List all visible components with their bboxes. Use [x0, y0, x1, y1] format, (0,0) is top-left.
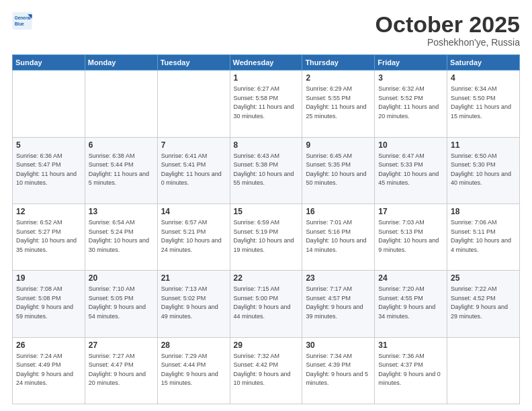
day-number: 26 — [16, 340, 81, 350]
calendar-cell: 21 Sunrise: 7:13 AMSunset: 5:02 PMDaylig… — [157, 271, 230, 337]
header: General Blue October 2025 Poshekhon'ye, … — [12, 12, 520, 48]
day-number: 30 — [306, 340, 371, 350]
day-info: Sunrise: 7:13 AMSunset: 5:02 PMDaylight:… — [161, 285, 218, 320]
day-number: 27 — [89, 340, 154, 350]
day-info: Sunrise: 7:29 AMSunset: 4:44 PMDaylight:… — [161, 353, 218, 387]
calendar-header-day: Wednesday — [230, 55, 302, 71]
calendar-cell: 1 Sunrise: 6:27 AMSunset: 5:58 PMDayligh… — [230, 71, 302, 137]
day-number: 15 — [234, 207, 299, 216]
day-info: Sunrise: 6:57 AMSunset: 5:21 PMDaylight:… — [161, 219, 222, 253]
day-info: Sunrise: 7:24 AMSunset: 4:49 PMDaylight:… — [16, 353, 73, 387]
day-info: Sunrise: 6:27 AMSunset: 5:58 PMDaylight:… — [234, 85, 294, 120]
calendar-cell: 31 Sunrise: 7:36 AMSunset: 4:37 PMDaylig… — [375, 337, 447, 404]
day-number: 7 — [161, 140, 226, 150]
day-info: Sunrise: 6:32 AMSunset: 5:52 PMDaylight:… — [378, 85, 439, 120]
calendar-cell: 22 Sunrise: 7:15 AMSunset: 5:00 PMDaylig… — [230, 271, 302, 337]
day-info: Sunrise: 6:38 AMSunset: 5:44 PMDaylight:… — [89, 152, 149, 187]
title-block: October 2025 Poshekhon'ye, Russia — [375, 12, 520, 48]
day-number: 22 — [234, 273, 299, 283]
day-info: Sunrise: 6:52 AMSunset: 5:27 PMDaylight:… — [16, 219, 77, 253]
calendar-header-day: Friday — [375, 55, 447, 71]
calendar-cell: 12 Sunrise: 6:52 AMSunset: 5:27 PMDaylig… — [13, 204, 85, 271]
calendar-cell: 16 Sunrise: 7:01 AMSunset: 5:16 PMDaylig… — [302, 204, 375, 271]
calendar-cell: 28 Sunrise: 7:29 AMSunset: 4:44 PMDaylig… — [157, 337, 230, 404]
svg-text:Blue: Blue — [15, 21, 24, 26]
day-number: 2 — [306, 73, 371, 83]
day-number: 29 — [234, 340, 299, 350]
day-number: 8 — [234, 140, 299, 150]
calendar-cell: 7 Sunrise: 6:41 AMSunset: 5:41 PMDayligh… — [157, 137, 230, 203]
calendar-cell: 4 Sunrise: 6:34 AMSunset: 5:50 PMDayligh… — [447, 71, 520, 137]
month-title: October 2025 — [375, 12, 520, 37]
day-number: 3 — [378, 73, 443, 83]
calendar-week-row: 1 Sunrise: 6:27 AMSunset: 5:58 PMDayligh… — [13, 71, 520, 137]
calendar-cell: 3 Sunrise: 6:32 AMSunset: 5:52 PMDayligh… — [375, 71, 447, 137]
calendar-cell: 27 Sunrise: 7:27 AMSunset: 4:47 PMDaylig… — [85, 337, 157, 404]
day-info: Sunrise: 7:20 AMSunset: 4:55 PMDaylight:… — [378, 285, 435, 320]
day-number: 17 — [378, 207, 443, 216]
logo: General Blue — [12, 12, 32, 30]
day-info: Sunrise: 6:41 AMSunset: 5:41 PMDaylight:… — [161, 152, 222, 187]
day-info: Sunrise: 7:08 AMSunset: 5:08 PMDaylight:… — [16, 285, 73, 320]
calendar-week-row: 12 Sunrise: 6:52 AMSunset: 5:27 PMDaylig… — [13, 204, 520, 271]
day-number: 25 — [451, 273, 516, 283]
calendar-cell: 17 Sunrise: 7:03 AMSunset: 5:13 PMDaylig… — [375, 204, 447, 271]
calendar-cell: 6 Sunrise: 6:38 AMSunset: 5:44 PMDayligh… — [85, 137, 157, 203]
calendar-cell: 14 Sunrise: 6:57 AMSunset: 5:21 PMDaylig… — [157, 204, 230, 271]
day-info: Sunrise: 6:45 AMSunset: 5:35 PMDaylight:… — [306, 152, 366, 187]
day-info: Sunrise: 7:03 AMSunset: 5:13 PMDaylight:… — [378, 219, 439, 253]
day-number: 6 — [89, 140, 154, 150]
day-info: Sunrise: 6:54 AMSunset: 5:24 PMDaylight:… — [89, 219, 149, 253]
calendar-cell — [85, 71, 157, 137]
calendar-header-day: Monday — [85, 55, 157, 71]
day-info: Sunrise: 7:27 AMSunset: 4:47 PMDaylight:… — [89, 353, 146, 387]
day-info: Sunrise: 7:01 AMSunset: 5:16 PMDaylight:… — [306, 219, 366, 253]
calendar-week-row: 19 Sunrise: 7:08 AMSunset: 5:08 PMDaylig… — [13, 271, 520, 337]
day-info: Sunrise: 6:34 AMSunset: 5:50 PMDaylight:… — [451, 85, 511, 120]
day-info: Sunrise: 6:50 AMSunset: 5:30 PMDaylight:… — [451, 152, 511, 187]
day-number: 16 — [306, 207, 371, 216]
day-info: Sunrise: 6:29 AMSunset: 5:55 PMDaylight:… — [306, 85, 366, 120]
calendar-cell: 30 Sunrise: 7:34 AMSunset: 4:39 PMDaylig… — [302, 337, 375, 404]
day-info: Sunrise: 7:34 AMSunset: 4:39 PMDaylight:… — [306, 353, 368, 387]
day-info: Sunrise: 7:22 AMSunset: 4:52 PMDaylight:… — [451, 285, 508, 320]
day-info: Sunrise: 7:32 AMSunset: 4:42 PMDaylight:… — [234, 353, 291, 387]
day-number: 14 — [161, 207, 226, 216]
day-number: 5 — [16, 140, 81, 150]
page: General Blue October 2025 Poshekhon'ye, … — [0, 0, 532, 411]
day-number: 31 — [378, 340, 443, 350]
calendar-cell: 29 Sunrise: 7:32 AMSunset: 4:42 PMDaylig… — [230, 337, 302, 404]
calendar-header-day: Tuesday — [157, 55, 230, 71]
calendar-cell: 23 Sunrise: 7:17 AMSunset: 4:57 PMDaylig… — [302, 271, 375, 337]
calendar-cell: 8 Sunrise: 6:43 AMSunset: 5:38 PMDayligh… — [230, 137, 302, 203]
calendar-cell: 5 Sunrise: 6:36 AMSunset: 5:47 PMDayligh… — [13, 137, 85, 203]
calendar-cell — [157, 71, 230, 137]
day-number: 21 — [161, 273, 226, 283]
calendar-header-day: Saturday — [447, 55, 520, 71]
day-info: Sunrise: 7:06 AMSunset: 5:11 PMDaylight:… — [451, 219, 511, 253]
day-number: 9 — [306, 140, 371, 150]
calendar-cell: 24 Sunrise: 7:20 AMSunset: 4:55 PMDaylig… — [375, 271, 447, 337]
calendar-header-day: Thursday — [302, 55, 375, 71]
day-number: 1 — [234, 73, 299, 83]
day-info: Sunrise: 6:47 AMSunset: 5:33 PMDaylight:… — [378, 152, 439, 187]
calendar-table: SundayMondayTuesdayWednesdayThursdayFrid… — [12, 54, 520, 404]
calendar-cell: 25 Sunrise: 7:22 AMSunset: 4:52 PMDaylig… — [447, 271, 520, 337]
day-info: Sunrise: 7:10 AMSunset: 5:05 PMDaylight:… — [89, 285, 146, 320]
day-info: Sunrise: 7:36 AMSunset: 4:37 PMDaylight:… — [378, 353, 441, 387]
location: Poshekhon'ye, Russia — [375, 37, 520, 48]
day-number: 18 — [451, 207, 516, 216]
day-number: 23 — [306, 273, 371, 283]
calendar-header-row: SundayMondayTuesdayWednesdayThursdayFrid… — [13, 55, 520, 71]
calendar-cell: 2 Sunrise: 6:29 AMSunset: 5:55 PMDayligh… — [302, 71, 375, 137]
calendar-cell: 15 Sunrise: 6:59 AMSunset: 5:19 PMDaylig… — [230, 204, 302, 271]
day-info: Sunrise: 6:43 AMSunset: 5:38 PMDaylight:… — [234, 152, 294, 187]
calendar-cell: 9 Sunrise: 6:45 AMSunset: 5:35 PMDayligh… — [302, 137, 375, 203]
day-number: 11 — [451, 140, 516, 150]
day-number: 4 — [451, 73, 516, 83]
day-number: 28 — [161, 340, 226, 350]
day-info: Sunrise: 6:36 AMSunset: 5:47 PMDaylight:… — [16, 152, 77, 187]
logo-icon: General Blue — [12, 12, 32, 30]
calendar-cell — [13, 71, 85, 137]
svg-text:General: General — [15, 15, 31, 20]
